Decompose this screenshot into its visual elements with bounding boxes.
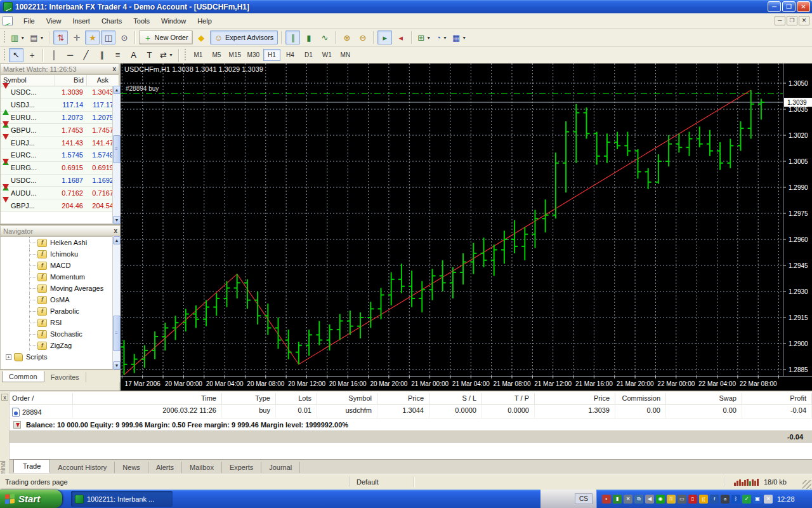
display-icon[interactable]: ▭ — [678, 495, 686, 504]
menu-tools[interactable]: Tools — [128, 15, 155, 27]
terminal-column-6[interactable]: S / L — [429, 393, 482, 404]
status-profile[interactable]: Default — [350, 478, 414, 486]
templates-button[interactable]: ▦▼ — [450, 30, 468, 44]
terminal-tab-journal[interactable]: Journal — [261, 462, 300, 473]
tab-favorites[interactable]: Favorites — [44, 372, 86, 382]
terminal-column-4[interactable]: Symbol — [317, 393, 377, 404]
speaker-alert-icon[interactable]: (( — [699, 495, 708, 504]
terminal-tab-trade[interactable]: Trade — [13, 459, 50, 473]
navigator-scrollbar[interactable]: ▲ ▼ — [112, 236, 121, 370]
horizontal-line-button[interactable]: ─ — [63, 48, 77, 62]
navigator-close-icon[interactable]: x — [114, 227, 117, 234]
market-watch-row[interactable]: EURC...1.57451.5749 — [1, 149, 119, 162]
navigator-item-rsi[interactable]: fRSI — [1, 317, 119, 328]
timeframe-m30[interactable]: M30 — [245, 49, 262, 61]
terminal-tab-account-history[interactable]: Account History — [50, 462, 115, 473]
scroll-down-icon[interactable]: ▼ — [113, 216, 121, 224]
terminal-tab-news[interactable]: News — [115, 462, 148, 473]
terminal-column-7[interactable]: T / P — [482, 393, 535, 404]
market-watch-scrollbar[interactable]: ▲ ▼ — [112, 86, 121, 224]
battery-icon[interactable]: ▯ — [688, 495, 697, 504]
timeframe-h4[interactable]: H4 — [282, 49, 299, 61]
navigator-item-momentum[interactable]: fMomentum — [1, 271, 119, 283]
candlestick-chart-button[interactable]: ▮ — [301, 30, 316, 44]
vertical-line-button[interactable]: │ — [47, 48, 62, 62]
navigator-item-moving-averages[interactable]: fMoving Averages — [1, 283, 119, 294]
timeframe-m5[interactable]: M5 — [208, 49, 225, 61]
taskbar-app-button[interactable]: 1002211: Interbank ... — [71, 491, 173, 507]
arrows-button[interactable]: ⇄▼ — [158, 48, 175, 62]
navigator-item-osma[interactable]: fOsMA — [1, 294, 119, 305]
terminal-tab-mailbox[interactable]: Mailbox — [182, 462, 222, 473]
text-label-button[interactable]: T — [142, 48, 157, 62]
volume-icon[interactable]: ◀ — [645, 495, 654, 504]
chart-shift-button[interactable]: ◂ — [393, 30, 408, 44]
mdi-restore-button[interactable]: ❐ — [787, 16, 797, 25]
start-button[interactable]: Start — [0, 490, 62, 508]
trendline-button[interactable]: ╱ — [79, 48, 93, 62]
bar-chart-button[interactable]: ∥ — [285, 30, 300, 44]
menu-file[interactable]: File — [18, 15, 41, 27]
navigator-item-scripts[interactable]: +Scripts — [1, 351, 119, 363]
terminal-column-9[interactable]: Commission — [615, 393, 666, 404]
data-window-button[interactable]: ✛ — [69, 30, 84, 44]
tab-common[interactable]: Common — [2, 371, 44, 382]
wireless-x-icon[interactable]: ✕ — [764, 495, 773, 504]
close-button[interactable]: ✕ — [797, 1, 810, 12]
terminal-column-2[interactable]: Type — [222, 393, 276, 404]
text-button[interactable]: A — [126, 48, 141, 62]
resize-grip[interactable] — [802, 480, 811, 489]
expand-plus-icon[interactable]: + — [6, 354, 11, 360]
market-watch-row[interactable]: EURJ...141.43141.47 — [1, 137, 119, 149]
zoom-out-button[interactable]: ⊖ — [355, 30, 370, 44]
navigator-item-stochastic[interactable]: fStochastic — [1, 328, 119, 340]
menu-charts[interactable]: Charts — [96, 15, 128, 27]
market-watch-row[interactable]: GBPJ...204.46204.54 — [1, 199, 119, 212]
timeframe-w1[interactable]: W1 — [318, 49, 336, 61]
market-watch-row[interactable]: AUDU...0.71620.7167 — [1, 187, 119, 199]
language-indicator[interactable]: CS — [575, 493, 593, 504]
terminal-column-8[interactable]: Price — [535, 393, 615, 404]
terminal-column-11[interactable]: Profit — [742, 393, 812, 404]
navigator-item-ichimoku[interactable]: fIchimoku — [1, 248, 119, 260]
cursor-button[interactable]: ↖ — [9, 48, 23, 62]
zoom-in-button[interactable]: ⊕ — [339, 30, 354, 44]
timeframe-h1[interactable]: H1 — [263, 49, 280, 61]
market-watch-row[interactable]: GBPU...1.74531.7457 — [1, 124, 119, 137]
scroll-thumb[interactable] — [113, 135, 121, 163]
antivirus-icon[interactable]: ✓ — [742, 495, 751, 504]
navigator-item-zigzag[interactable]: fZigZag — [1, 340, 119, 351]
bluetooth-icon[interactable]: ᛒ — [731, 495, 740, 504]
scroll-thumb[interactable] — [113, 316, 121, 351]
navigator-toggle[interactable]: ★ — [85, 30, 100, 44]
column-bid[interactable]: Bid — [55, 75, 87, 86]
f-badge-icon[interactable]: f — [710, 495, 719, 504]
restore-button[interactable]: ❐ — [782, 1, 796, 12]
terminal-column-0[interactable]: Order / — [10, 393, 73, 404]
channel-button[interactable]: ∥ — [95, 48, 109, 62]
auto-scroll-toggle[interactable]: ▸ — [377, 30, 392, 44]
mdi-close-button[interactable]: ✕ — [799, 16, 809, 25]
network-offline-icon[interactable]: ✕ — [624, 495, 632, 504]
mdi-minimize-button[interactable]: ─ — [775, 16, 785, 25]
market-watch-row[interactable]: USDJ...117.14117.17 — [1, 99, 119, 112]
terminal-tab-experts[interactable]: Experts — [222, 462, 261, 473]
terminal-close-icon[interactable]: x — [1, 394, 8, 401]
strategy-tester-button[interactable]: ⊙ — [117, 30, 131, 44]
order-row[interactable]: 288942006.03.22 11:26buy0.01usdchfm1.304… — [10, 404, 812, 418]
navigator-item-parabolic[interactable]: fParabolic — [1, 305, 119, 317]
market-watch-toggle[interactable]: ⇅ — [53, 30, 68, 44]
scroll-down-icon[interactable]: ▼ — [113, 361, 121, 370]
market-watch-close-icon[interactable]: x — [112, 65, 116, 72]
expert-advisors-button[interactable]: ☺Expert Advisors — [210, 30, 278, 44]
metaeditor-button[interactable]: ◆ — [194, 30, 209, 44]
terminal-column-5[interactable]: Price — [377, 393, 429, 404]
fibonacci-button[interactable]: ≡ — [110, 48, 125, 62]
indicators-button[interactable]: ⊞▼ — [416, 30, 433, 44]
line-chart-button[interactable]: ∿ — [317, 30, 332, 44]
market-watch-row[interactable]: EURU...1.20731.2075 — [1, 112, 119, 124]
network-icon[interactable]: ⧉ — [634, 495, 643, 504]
timeframe-m15[interactable]: M15 — [226, 49, 244, 61]
terminal-column-3[interactable]: Lots — [276, 393, 317, 404]
a-badge-icon[interactable]: a — [721, 495, 730, 504]
